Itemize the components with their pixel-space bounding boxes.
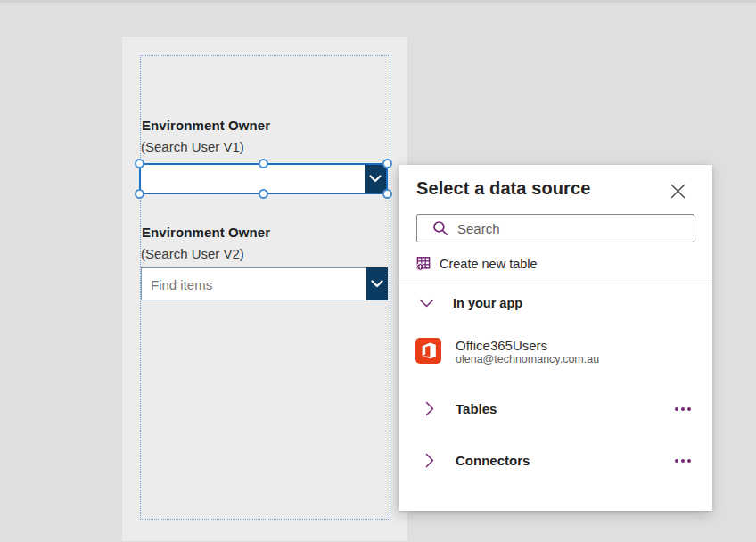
combobox-search-user-v2[interactable]: Find items bbox=[141, 267, 388, 300]
resize-handle-bottom-left[interactable] bbox=[135, 189, 144, 199]
combobox-placeholder: Find items bbox=[151, 276, 212, 292]
ellipsis-icon bbox=[675, 459, 678, 463]
chevron-right-icon bbox=[425, 401, 435, 416]
table-add-icon bbox=[416, 256, 431, 271]
in-your-app-label: In your app bbox=[453, 296, 522, 310]
combobox-search-user-v1[interactable] bbox=[139, 163, 388, 194]
divider bbox=[399, 283, 712, 283]
field2-sublabel: (Search User V2) bbox=[141, 246, 244, 261]
resize-handle-bottom-right[interactable] bbox=[382, 189, 392, 199]
office365-logo-icon bbox=[415, 338, 441, 364]
create-new-table-button[interactable]: Create new table bbox=[416, 256, 538, 271]
chevron-down-icon bbox=[371, 280, 383, 288]
connection-office365users[interactable]: Office365Users olena@technomancy.com.au bbox=[415, 338, 599, 366]
panel-title: Select a data source bbox=[416, 178, 590, 199]
group-tables[interactable]: Tables bbox=[425, 401, 694, 416]
resize-handle-top-middle[interactable] bbox=[259, 159, 268, 168]
combobox-chevron-button[interactable] bbox=[366, 267, 388, 300]
group-connectors[interactable]: Connectors bbox=[425, 453, 694, 468]
close-button[interactable] bbox=[670, 183, 686, 199]
resize-handle-top-left[interactable] bbox=[135, 159, 144, 168]
ellipsis-icon bbox=[675, 407, 678, 411]
connectors-more-button[interactable] bbox=[671, 456, 694, 466]
group-tables-label: Tables bbox=[456, 401, 497, 416]
connection-name: Office365Users bbox=[456, 338, 599, 353]
chevron-down-icon bbox=[369, 175, 382, 183]
create-new-table-label: Create new table bbox=[440, 257, 538, 271]
combobox-chevron-button[interactable] bbox=[365, 165, 386, 193]
chevron-down-icon bbox=[419, 299, 434, 308]
tables-more-button[interactable] bbox=[671, 404, 694, 415]
close-icon bbox=[670, 184, 686, 199]
connection-account: olena@technomancy.com.au bbox=[456, 353, 599, 366]
group-connectors-label: Connectors bbox=[456, 453, 530, 468]
search-input[interactable] bbox=[457, 215, 694, 242]
select-data-source-panel: Select a data source Create new table In… bbox=[399, 165, 712, 511]
field1-label: Environment Owner bbox=[142, 118, 270, 133]
field2-label: Environment Owner bbox=[142, 225, 270, 240]
search-box[interactable] bbox=[416, 214, 694, 242]
in-your-app-expander[interactable]: In your app bbox=[419, 296, 522, 310]
resize-handle-bottom-middle[interactable] bbox=[259, 189, 268, 199]
chevron-right-icon bbox=[425, 453, 435, 468]
powerapps-editor: { "canvas": { "fields": [ { "label": "En… bbox=[0, 0, 756, 542]
search-icon bbox=[432, 220, 448, 236]
resize-handle-top-right[interactable] bbox=[382, 159, 392, 168]
field1-sublabel: (Search User V1) bbox=[141, 139, 244, 154]
